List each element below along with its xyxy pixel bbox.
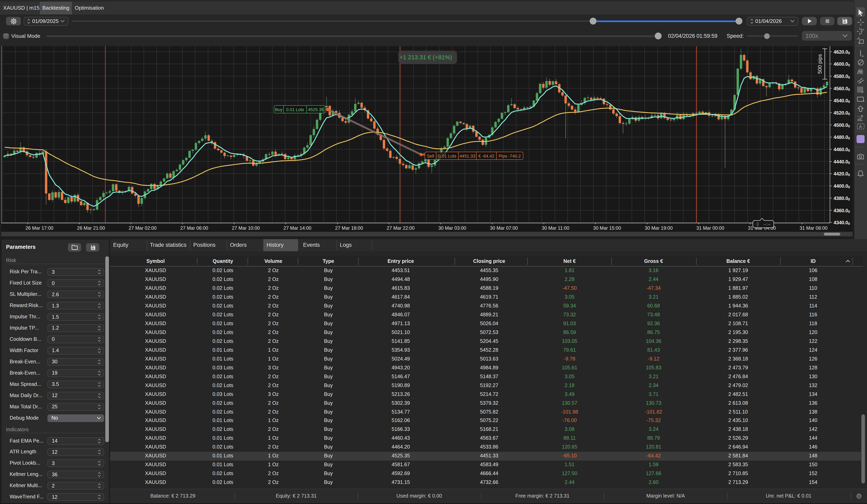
svg-text:26 Mar 17:00: 26 Mar 17:00 bbox=[25, 225, 53, 230]
svg-text:30 Mar 19:00: 30 Mar 19:00 bbox=[645, 225, 673, 230]
svg-text:30 Mar 11:00: 30 Mar 11:00 bbox=[542, 225, 569, 230]
svg-text:E: E bbox=[861, 72, 863, 75]
svg-text:4360.00: 4360.00 bbox=[834, 207, 850, 213]
svg-text:500 pips: 500 pips bbox=[817, 54, 823, 74]
svg-text:0.01 Lots: 0.01 Lots bbox=[286, 107, 304, 112]
svg-text:--:--: --:-- bbox=[763, 222, 770, 226]
svg-text:4600.00: 4600.00 bbox=[834, 61, 850, 67]
svg-text:30 Mar 15:00: 30 Mar 15:00 bbox=[593, 225, 621, 230]
svg-text:Sell: Sell bbox=[427, 153, 434, 158]
svg-text:4500.00: 4500.00 bbox=[834, 122, 850, 128]
svg-text:31 Mar 00:00: 31 Mar 00:00 bbox=[696, 225, 724, 230]
svg-text:27 Mar 06:00: 27 Mar 06:00 bbox=[180, 225, 208, 230]
svg-text:26 Mar 21:00: 26 Mar 21:00 bbox=[77, 225, 105, 230]
svg-text:27 Mar 02:00: 27 Mar 02:00 bbox=[129, 225, 157, 230]
svg-text:€ -64.42: € -64.42 bbox=[478, 153, 494, 158]
svg-text:27 Mar 14:00: 27 Mar 14:00 bbox=[283, 225, 311, 230]
svg-text:4340.00: 4340.00 bbox=[834, 219, 850, 225]
svg-text:4451.33: 4451.33 bbox=[459, 153, 475, 158]
svg-text:F: F bbox=[861, 90, 863, 94]
svg-text:27 Mar 18:00: 27 Mar 18:00 bbox=[335, 225, 363, 230]
svg-text:4540.00: 4540.00 bbox=[834, 98, 850, 104]
svg-text:4560.00: 4560.00 bbox=[834, 86, 850, 92]
svg-text:27 Mar 22:00: 27 Mar 22:00 bbox=[387, 225, 415, 230]
svg-text:31 Mar 08:00: 31 Mar 08:00 bbox=[800, 225, 828, 230]
svg-text:4580.00: 4580.00 bbox=[834, 73, 850, 79]
svg-text:+1 213.31 € (+81%): +1 213.31 € (+81%) bbox=[399, 54, 452, 60]
svg-text:4420.00: 4420.00 bbox=[834, 171, 850, 176]
svg-text:4520.00: 4520.00 bbox=[834, 110, 850, 116]
svg-text:30 Mar 07:00: 30 Mar 07:00 bbox=[490, 225, 518, 230]
svg-text:30 Mar 03:00: 30 Mar 03:00 bbox=[438, 225, 466, 230]
svg-text:4525.35: 4525.35 bbox=[308, 107, 324, 112]
svg-text:0.01 Lots: 0.01 Lots bbox=[438, 153, 457, 158]
svg-text:27 Mar 10:00: 27 Mar 10:00 bbox=[232, 225, 260, 230]
svg-text:4400.00: 4400.00 bbox=[834, 183, 850, 189]
svg-text:4440.00: 4440.00 bbox=[834, 159, 850, 164]
svg-text:4480.00: 4480.00 bbox=[834, 134, 850, 140]
svg-text:4620.00: 4620.00 bbox=[834, 49, 850, 55]
svg-text:Buy: Buy bbox=[275, 107, 282, 112]
svg-text:A: A bbox=[859, 124, 862, 129]
svg-text:4380.00: 4380.00 bbox=[834, 195, 850, 201]
svg-text:4460.00: 4460.00 bbox=[834, 147, 850, 152]
svg-text:Pips -740.2: Pips -740.2 bbox=[499, 153, 521, 158]
